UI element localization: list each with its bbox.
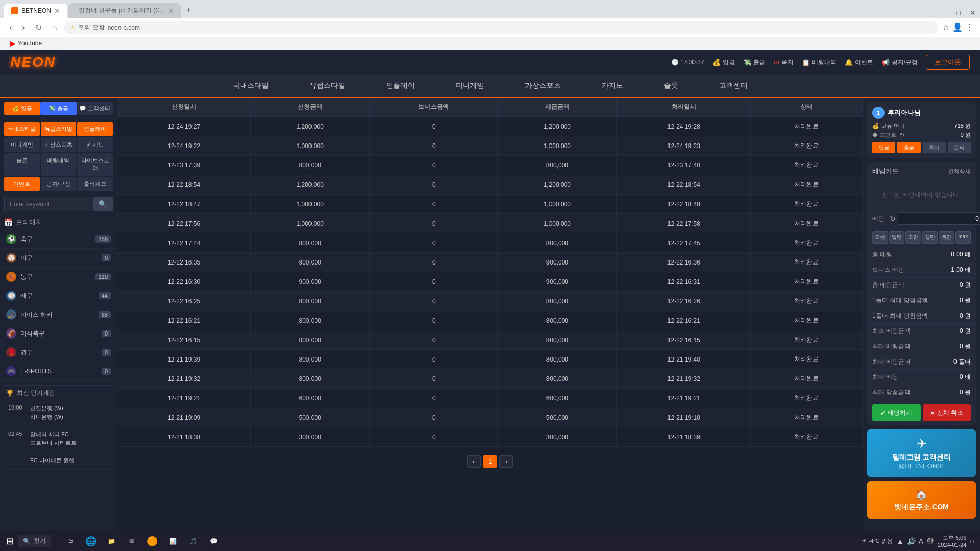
minimize-button[interactable]: ─ (938, 8, 951, 18)
site-logo[interactable]: NEON (10, 54, 56, 70)
quick-btn-5k[interactable]: 오천 (872, 231, 888, 244)
popular-game-3[interactable]: FC 바이에른 뮌헨 (4, 452, 113, 470)
taskbar-item-music[interactable]: 🎵 (184, 532, 202, 550)
header-message-btn[interactable]: ✉ 쪽지 (774, 58, 794, 67)
header-deposit-btn[interactable]: 💰 입금 (712, 58, 735, 67)
taskbar-item-chrome[interactable]: 🟠 (143, 532, 161, 550)
nav-europe[interactable]: 유럽스타일 (289, 75, 366, 97)
bet-amount-input[interactable] (898, 212, 980, 225)
home-button[interactable]: ⌂ (49, 22, 60, 33)
start-button[interactable]: ⊞ (6, 536, 14, 547)
nav-inplay[interactable]: 인플레이 (366, 75, 435, 97)
cell-date1: 12-22 17:44 (117, 233, 251, 253)
sound-icon[interactable]: 🔊 (907, 537, 916, 545)
forward-button[interactable]: › (19, 22, 28, 33)
sidebar-menu-domestic[interactable]: 국내스타일 (4, 122, 40, 136)
search-input[interactable] (4, 197, 93, 211)
taskbar-clock[interactable]: 오후 5:06 2024-01-24 (938, 534, 966, 548)
popular-game-1[interactable]: 19:00 신한은행 (W) 하나은행 (W) (4, 400, 113, 426)
bet-cancel-btn[interactable]: ✕ 전체 취소 (923, 404, 971, 421)
sidebar-menu-attendance[interactable]: 출석체크 (77, 177, 113, 191)
nav-casino[interactable]: 카지노 (581, 75, 643, 97)
quick-btn-100k[interactable]: 십만 (922, 231, 938, 244)
page-1-btn[interactable]: 1 (483, 455, 497, 468)
quick-btn-1m[interactable]: 백만 (939, 231, 954, 244)
prev-page-btn[interactable]: ‹ (467, 455, 481, 468)
sidebar-menu-bettinghistory[interactable]: 베팅내역 (41, 153, 77, 176)
clear-all-btn[interactable]: 전체삭제 (948, 167, 971, 175)
bookmark-youtube[interactable]: ▶ YouTube (6, 38, 46, 49)
popular-game-2[interactable]: 02:45 알메러 시티 FC 포르투나 시타르트 (4, 426, 113, 452)
settings-button[interactable]: ⋮ (966, 22, 974, 32)
sport-item-soccer[interactable]: ⚽ 축구 166 (0, 230, 117, 249)
sidebar-deposit-btn[interactable]: 💰 입금 (4, 102, 40, 115)
lang-icon[interactable]: 한 (926, 537, 934, 546)
back-button[interactable]: ‹ (6, 22, 15, 33)
user-deposit-btn[interactable]: 입금 (872, 142, 895, 153)
profile-button[interactable]: 👤 (952, 22, 963, 32)
sidebar-cs-btn[interactable]: 💬 고객센터 (77, 102, 113, 115)
user-inquiry-btn[interactable]: 문의 (948, 142, 971, 153)
sport-item-basketball[interactable]: 🏀 농구 110 (0, 268, 117, 286)
sidebar-menu-casino[interactable]: 카지노 (77, 137, 113, 152)
sidebar-menu-virtual[interactable]: 가상스포츠 (41, 137, 77, 152)
nav-virtual[interactable]: 가상스포츠 (505, 75, 581, 97)
user-withdraw-btn[interactable]: 출금 (897, 142, 920, 153)
close-button[interactable]: ✕ (966, 8, 980, 18)
sidebar-menu-livescore[interactable]: 라이브스코어 (77, 153, 113, 176)
taskbar-item-edge[interactable]: 🌐 (82, 532, 100, 550)
bet-submit-btn[interactable]: ✔ 배당하기 (872, 404, 921, 421)
sidebar-menu-europe[interactable]: 유럽스타일 (41, 122, 77, 136)
taskbar-item-mail[interactable]: ✉ (123, 532, 141, 550)
taskbar-item-explore[interactable]: 🗂 (61, 532, 80, 550)
refresh-button[interactable]: ↻ (32, 21, 45, 33)
nav-cs[interactable]: 고객센터 (699, 75, 768, 97)
prematch-section-title[interactable]: 📅 프리매치 (0, 214, 117, 230)
sidebar-menu-event[interactable]: 이벤트 (4, 177, 40, 191)
next-page-btn[interactable]: › (499, 455, 513, 468)
sport-item-volleyball[interactable]: 🏐 배구 44 (0, 286, 117, 305)
sport-item-hockey[interactable]: 🏒 아이스 하키 68 (0, 305, 117, 324)
quick-btn-10k[interactable]: 일만 (889, 231, 905, 244)
tab-betneon-close[interactable]: ✕ (54, 7, 60, 15)
user-message-btn[interactable]: 쪽지 (923, 142, 946, 153)
search-button[interactable]: 🔍 (93, 197, 113, 211)
header-notice-btn[interactable]: 📢 공지/규정 (881, 58, 918, 67)
site-banner[interactable]: 🏠 벳네온주소.COM (867, 481, 976, 519)
sidebar-menu-slot[interactable]: 슬롯 (4, 153, 40, 176)
show-desktop-btn[interactable]: □ (970, 538, 974, 544)
sport-item-esports[interactable]: 🎮 E-SPORTS 0 (0, 362, 117, 381)
sidebar-menu-inplay[interactable]: 인플레이 (77, 122, 113, 136)
tab-other-close[interactable]: ✕ (168, 7, 174, 15)
nav-minigame[interactable]: 미니게임 (435, 75, 505, 97)
logout-button[interactable]: 로그아웃 (926, 55, 970, 70)
tab-other[interactable]: 길건너 친구들 pc 게임하기 (C... ✕ (68, 3, 181, 18)
refresh-icon[interactable]: ↻ (900, 132, 904, 138)
taskbar-search[interactable]: 🔍 찾기 (18, 535, 51, 547)
sidebar-menu-minigame[interactable]: 미니게임 (4, 137, 40, 152)
header-betting-btn[interactable]: 📋 베팅내역 (802, 58, 836, 67)
quick-btn-50k[interactable]: 오만 (905, 231, 921, 244)
telegram-banner[interactable]: ✈ 텔레그램 고객센터 @BETNEON01 (867, 429, 976, 477)
sport-item-baseball[interactable]: ⚾ 야구 0 (0, 249, 117, 268)
address-bar[interactable]: ⚠ 주의 요함 neon-b.com (64, 21, 938, 34)
new-tab-button[interactable]: + (182, 3, 196, 18)
maximize-button[interactable]: □ (952, 8, 965, 18)
header-event-btn[interactable]: 🔔 이벤트 (845, 58, 873, 67)
quick-btn-max[interactable]: max (955, 231, 971, 244)
network-icon[interactable]: ▲ (897, 537, 904, 545)
bet-refresh-btn[interactable]: ↻ (890, 214, 896, 223)
sport-item-football[interactable]: 🏈 미식축구 0 (0, 324, 117, 343)
header-withdraw-btn[interactable]: 💸 출금 (743, 58, 766, 67)
taskbar-item-excel[interactable]: 📊 (163, 532, 182, 550)
sport-item-boxing[interactable]: 🥊 권투 0 (0, 343, 117, 362)
sidebar-withdraw-btn[interactable]: 💸 출금 (40, 102, 77, 115)
battery-icon[interactable]: A (919, 537, 923, 545)
bookmark-button[interactable]: ☆ (942, 22, 949, 32)
tab-betneon[interactable]: BETNEON ✕ (4, 4, 67, 18)
sidebar-menu-notice[interactable]: 공지/규정 (41, 177, 77, 191)
taskbar-item-chat[interactable]: 💬 (204, 532, 223, 550)
nav-domestic[interactable]: 국내스타일 (212, 75, 289, 97)
taskbar-item-folder[interactable]: 📁 (102, 532, 121, 550)
nav-slot[interactable]: 슬롯 (643, 75, 699, 97)
